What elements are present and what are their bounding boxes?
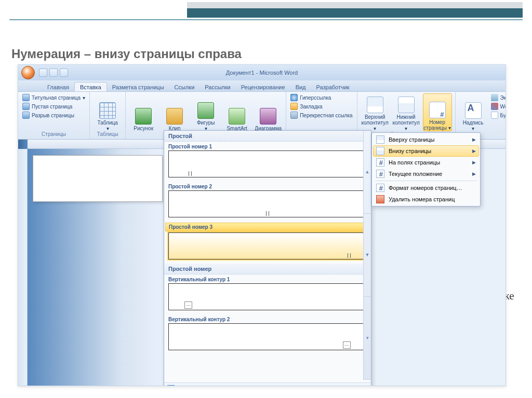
ribbon-tabs: Главная Вставка Разметка страницы Ссылки… bbox=[18, 80, 506, 92]
group-pages: Титульная страница ▾ Пустая страница Раз… bbox=[18, 92, 90, 139]
btn-quick-parts[interactable]: Экспресс-бл bbox=[490, 93, 506, 102]
tab-insert[interactable]: Вставка bbox=[74, 82, 107, 91]
format-icon bbox=[376, 184, 384, 192]
office-button-icon[interactable] bbox=[21, 66, 35, 79]
document-page[interactable] bbox=[33, 155, 163, 202]
qat-undo-icon[interactable] bbox=[49, 68, 58, 77]
btn-page-number[interactable]: Номер страницы ▾ bbox=[423, 93, 452, 131]
slide-title: Нумерация – внизу страницы справа bbox=[11, 47, 242, 61]
tab-home[interactable]: Главная bbox=[42, 83, 74, 91]
btn-drop-cap[interactable]: Буквица ▾ bbox=[490, 111, 506, 119]
btn-blank-page[interactable]: Пустая страница bbox=[21, 102, 86, 111]
group-tables: Таблица▾ Таблицы bbox=[90, 92, 126, 139]
tab-mailings[interactable]: Рассылки bbox=[200, 83, 235, 91]
gallery-item-simple-1[interactable]: Простой номер 1 bbox=[164, 142, 371, 182]
word-screenshot: Документ1 - Microsoft Word Главная Встав… bbox=[18, 64, 506, 386]
save-selection-icon bbox=[167, 385, 175, 386]
group-label-pages: Страницы bbox=[21, 131, 86, 139]
tab-page-layout[interactable]: Разметка страницы bbox=[107, 83, 169, 91]
page-margins-icon bbox=[376, 158, 384, 167]
window-title: Документ1 - Microsoft Word bbox=[226, 70, 298, 76]
page-top-icon bbox=[376, 135, 384, 144]
current-position-icon bbox=[376, 170, 384, 178]
qat-save-icon[interactable] bbox=[39, 68, 47, 77]
menu-current-position[interactable]: Текущее положение▶ bbox=[373, 168, 479, 180]
slide-decoration bbox=[0, 0, 532, 20]
ruler-vertical[interactable] bbox=[18, 149, 28, 386]
tab-view[interactable]: Вид bbox=[290, 83, 311, 91]
gallery-item-vertical-2[interactable]: Вертикальный контур 2 — bbox=[164, 314, 371, 354]
arrow-up-icon[interactable]: ▲ bbox=[364, 131, 371, 214]
menu-bottom-of-page[interactable]: Внизу страницы▶ bbox=[373, 145, 479, 157]
tab-developer[interactable]: Разработчик bbox=[311, 83, 355, 91]
btn-chart[interactable]: Диаграмма bbox=[254, 93, 283, 131]
menu-page-margins[interactable]: На полях страницы▶ bbox=[373, 157, 479, 168]
menu-top-of-page[interactable]: Вверху страницы▶ bbox=[373, 134, 479, 145]
qat-redo-icon[interactable] bbox=[60, 68, 68, 77]
arrow-more-icon[interactable]: ▾ bbox=[364, 297, 371, 380]
arrow-down-icon[interactable]: ▼ bbox=[364, 214, 371, 297]
menu-separator bbox=[375, 181, 477, 181]
page-number-gallery: Простой Простой номер 1 Простой номер 2 … bbox=[164, 130, 371, 386]
btn-hyperlink[interactable]: Гиперссылка bbox=[289, 93, 353, 102]
tab-references[interactable]: Ссылки bbox=[169, 83, 200, 91]
btn-cross-reference[interactable]: Перекрестная ссылка bbox=[289, 111, 353, 119]
menu-remove-page-numbers[interactable]: Удалить номера страниц bbox=[373, 194, 479, 205]
tab-review[interactable]: Рецензирование bbox=[236, 83, 290, 91]
group-label-tables: Таблицы bbox=[93, 131, 122, 139]
btn-cover-page[interactable]: Титульная страница ▾ bbox=[21, 93, 86, 102]
gallery-subheader: Простой номер bbox=[164, 264, 371, 275]
btn-bookmark[interactable]: Закладка bbox=[289, 102, 353, 111]
gallery-footer-label: Сохранить выделенный фрагмент как номер … bbox=[177, 386, 353, 387]
btn-picture[interactable]: Рисунок bbox=[129, 93, 158, 131]
page-bottom-icon bbox=[376, 147, 384, 155]
btn-clipart[interactable]: Клип bbox=[160, 93, 189, 131]
btn-header[interactable]: Верхний колонтитул ▾ bbox=[361, 93, 390, 131]
btn-table[interactable]: Таблица▾ bbox=[93, 93, 122, 131]
gallery-scroll[interactable]: ▲ ▼ ▾ bbox=[363, 131, 371, 380]
quick-access-toolbar bbox=[39, 68, 68, 77]
gallery-item-simple-2[interactable]: Простой номер 2 bbox=[164, 182, 371, 222]
btn-textbox[interactable]: Надпись▾ bbox=[459, 93, 488, 131]
gallery-footer[interactable]: Сохранить выделенный фрагмент как номер … bbox=[164, 382, 371, 386]
btn-wordart[interactable]: WordArt ▾ bbox=[490, 102, 506, 111]
btn-page-break[interactable]: Разрыв страницы bbox=[21, 111, 86, 119]
btn-smartart[interactable]: SmartArt bbox=[222, 93, 251, 131]
word-titlebar: Документ1 - Microsoft Word bbox=[18, 65, 506, 80]
page-number-menu: Вверху страницы▶ Внизу страницы▶ На поля… bbox=[371, 132, 481, 207]
gallery-item-simple-3[interactable]: Простой номер 3 bbox=[164, 222, 371, 264]
btn-footer[interactable]: Нижний колонтитул ▾ bbox=[392, 93, 421, 131]
gallery-header: Простой bbox=[164, 131, 371, 142]
gallery-item-vertical-1[interactable]: Вертикальный контур 1 — bbox=[164, 275, 371, 314]
menu-format-page-numbers[interactable]: Формат номеров страниц… bbox=[373, 182, 479, 194]
btn-shapes[interactable]: Фигуры▾ bbox=[191, 93, 220, 131]
delete-icon bbox=[376, 195, 384, 203]
